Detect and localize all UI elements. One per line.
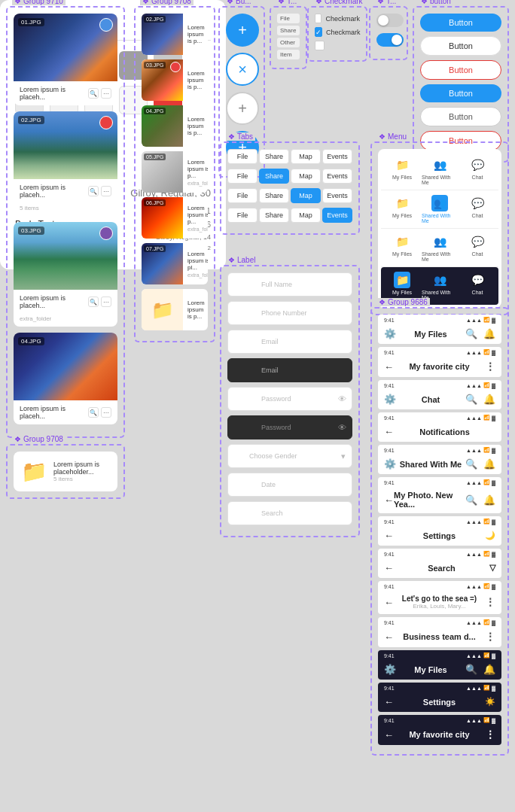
tab-events-4[interactable]: Events [322, 208, 352, 223]
tab-map-3[interactable]: Map [291, 188, 321, 203]
back-arrow-4[interactable]: ← [384, 426, 394, 437]
button-filled-blue-1[interactable]: Button [420, 14, 501, 32]
bell-shared-icon[interactable]: 🔔 [483, 458, 495, 470]
tab-events-1[interactable]: Events [322, 149, 352, 164]
circle-btn-plus-2[interactable]: + [226, 92, 259, 125]
tab-share-1[interactable]: Share [259, 149, 289, 164]
input-email[interactable]: Email [227, 330, 352, 354]
bell-chat-icon[interactable]: 🔔 [483, 394, 495, 405]
menu-item-shared-4[interactable]: 👥 Shared With Me [422, 272, 458, 300]
tab-share-3[interactable]: Share [259, 188, 289, 203]
back-arrow-13[interactable]: ← [384, 729, 394, 741]
tab-mini-1[interactable]: File [277, 14, 300, 23]
bell-photo-icon[interactable]: 🔔 [483, 494, 495, 506]
back-arrow-6[interactable]: ← [384, 494, 394, 506]
back-arrow-7[interactable]: ← [384, 530, 394, 541]
list-item-3[interactable]: 04.JPG Lorem ipsum is p... ⋮ [142, 105, 208, 147]
back-arrow-2[interactable]: ← [384, 361, 394, 373]
menu-item-myfiles-3[interactable]: 📁 My Files [384, 233, 420, 262]
bell-dark-icon[interactable]: 🔔 [483, 664, 495, 675]
checkbox-2[interactable]: ✓ [315, 27, 322, 37]
dots-menu-2[interactable]: ⋮ [485, 360, 495, 373]
sun-icon: ☀️ [485, 697, 495, 707]
back-arrow-8[interactable]: ← [384, 562, 394, 573]
menu-item-shared-1[interactable]: 👥 Shared With Me [422, 157, 458, 185]
tab-mini-2[interactable]: Share [277, 26, 300, 35]
tab-file-2[interactable]: File [227, 169, 258, 184]
tab-events-3[interactable]: Events [322, 188, 352, 203]
input-date[interactable]: Date [227, 473, 352, 497]
input-password-dark[interactable]: Password [227, 415, 352, 439]
search-photo-icon[interactable]: 🔍 [465, 494, 477, 506]
button-outlined-1[interactable]: Button [420, 36, 501, 56]
menu-item-myfiles-1[interactable]: 📁 My Files [384, 157, 420, 185]
tab-file-3[interactable]: File [227, 188, 258, 203]
menu-item-chat-3[interactable]: 💬 Chat [459, 233, 495, 262]
list-item-1[interactable]: 02.JPG Lorem ipsum is p... [142, 14, 208, 55]
filter-icon[interactable]: ▽ [489, 563, 495, 573]
tab-map-2[interactable]: Map [291, 169, 321, 184]
button-outline-gray[interactable]: Button [420, 107, 501, 126]
tab-mini-3[interactable]: Other [277, 38, 300, 47]
circle-btn-plus-1[interactable]: + [226, 14, 259, 47]
dots-menu-13[interactable]: ⋮ [485, 728, 495, 741]
menu-item-myfiles-4[interactable]: 📁 My Files [384, 272, 420, 300]
tab-share-2[interactable]: Share [259, 169, 289, 184]
status-bar-12: 9:41 ▲▲▲📶▓ [378, 683, 501, 693]
search-chat-icon[interactable]: 🔍 [465, 394, 477, 405]
tab-events-2[interactable]: Events [322, 169, 352, 184]
folder-card[interactable]: 📁 Lorem ipsum is placeholder... 5 items [14, 452, 117, 491]
back-arrow-12[interactable]: ← [384, 696, 394, 707]
input-search[interactable]: Search [227, 501, 352, 525]
list-item-6[interactable]: 07.JPG Lorem ipsum is pl... extra_folder [142, 243, 208, 284]
card-item-1[interactable]: 01.JPG Lorem ipsum is placeh... 🔍 ⋯ [14, 14, 117, 105]
search-dark-icon[interactable]: 🔍 [465, 664, 477, 675]
list-item-5[interactable]: 06.JPG Lorem ipsum is p... extra_folder [142, 197, 208, 239]
search-icon-h[interactable]: 🔍 [465, 328, 477, 339]
tab-mini-4[interactable]: Item [277, 50, 300, 59]
status-icons-12: ▲▲▲📶▓ [466, 685, 495, 691]
signal-icon: ▲▲▲ [466, 318, 482, 323]
checkbox-1[interactable] [315, 14, 321, 23]
screen-title-settings: Settings [423, 531, 456, 540]
toggle-off[interactable] [376, 14, 404, 27]
menu-item-shared-2[interactable]: 👥 Shared With Me [422, 195, 458, 224]
menu-item-chat-4[interactable]: 💬 Chat [459, 272, 495, 300]
list-content-6: Lorem ipsum is pl... extra_folder [183, 243, 208, 284]
menu-item-chat-1[interactable]: 💬 Chat [459, 157, 495, 185]
tab-share-4[interactable]: Share [259, 208, 289, 223]
card-item-2[interactable]: 02.JPG Lorem ipsum is placeh... 🔍 ⋯ 5 it… [14, 111, 117, 216]
menu-item-shared-3[interactable]: 👥 Shared With Me [422, 233, 458, 262]
tab-file-1[interactable]: File [227, 149, 258, 164]
chat-icon-4: 💬 [469, 272, 486, 288]
input-password[interactable]: Password [227, 387, 352, 411]
list-item-4[interactable]: 05.JPG Lorem ipsum is p... extra_folder … [142, 151, 208, 193]
back-arrow-9[interactable]: ← [384, 597, 394, 608]
card-item-4[interactable]: 04.JPG Lorem ipsum is placeh... 🔍 ⋯ [14, 333, 117, 424]
card-item-3[interactable]: 03.JPG Lorem ipsum is placeh... 🔍 ⋯ extr… [14, 222, 117, 327]
checkbox-3[interactable] [315, 41, 325, 50]
menu-row-2: 📁 My Files 👥 Shared With Me 💬 Chat [381, 190, 498, 229]
input-email-dark[interactable]: Email [227, 358, 352, 382]
input-gender[interactable]: Choose Gender ▾ [227, 444, 352, 468]
back-arrow-10[interactable]: ← [384, 631, 394, 643]
dots-menu-9[interactable]: ⋮ [485, 596, 495, 608]
menu-item-myfiles-2[interactable]: 📁 My Files [384, 195, 420, 224]
bell-icon[interactable]: 🔔 [483, 328, 495, 339]
list-item-folder[interactable]: 📁 Lorem ipsum is p... [142, 289, 208, 330]
button-outlined-red-1[interactable]: Button [420, 60, 501, 80]
card-image-3: 03.JPG [14, 222, 117, 290]
tab-map-1[interactable]: Map [291, 149, 321, 164]
toggle-on[interactable] [376, 33, 404, 47]
list-item-2[interactable]: 03.JPG Lorem ipsum is p... [142, 59, 208, 101]
menu-label-chat-1: Chat [472, 175, 483, 180]
menu-item-chat-2[interactable]: 💬 Chat [459, 195, 495, 224]
input-fullname[interactable]: Full Name [227, 272, 352, 297]
button-filled-blue-2[interactable]: Button [420, 84, 501, 102]
tab-map-4[interactable]: Map [291, 208, 321, 223]
input-phone[interactable]: Phone Number [227, 301, 352, 325]
tab-file-4[interactable]: File [227, 208, 258, 223]
dots-menu-10[interactable]: ⋮ [485, 631, 495, 643]
search-shared-icon[interactable]: 🔍 [465, 458, 477, 470]
circle-btn-x[interactable]: × [226, 53, 259, 86]
